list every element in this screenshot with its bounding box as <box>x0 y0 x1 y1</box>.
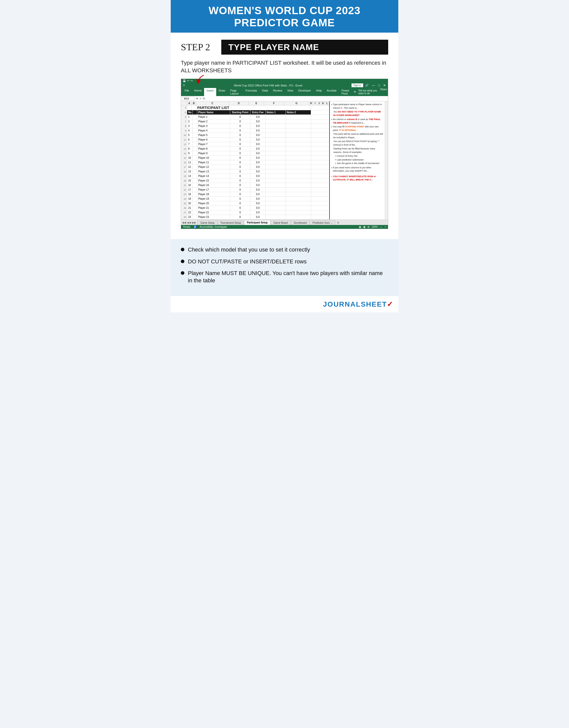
cell-b[interactable] <box>193 133 197 137</box>
cell-notes1[interactable] <box>265 206 286 210</box>
cell-start[interactable]: 0 <box>230 169 250 174</box>
cell-notes2[interactable] <box>286 115 311 119</box>
cell-notes1[interactable] <box>265 183 286 187</box>
minimize-button[interactable]: — <box>372 83 375 87</box>
tab-help[interactable]: Help <box>314 88 325 96</box>
cell-start[interactable]: 0 <box>230 206 250 210</box>
cell-start[interactable]: 0 <box>230 138 250 142</box>
tab-file[interactable]: File <box>182 88 192 96</box>
cell-b[interactable] <box>193 169 197 174</box>
cell-fee[interactable]: 0.0 <box>250 156 265 160</box>
cell-no[interactable]: 9 <box>187 151 193 155</box>
cell-name[interactable]: Player 1 <box>197 115 230 119</box>
cell-3a[interactable] <box>187 105 192 110</box>
cell-start[interactable]: 0 <box>230 178 250 183</box>
tab-game-setup[interactable]: Game Setup <box>197 220 217 225</box>
cell-name[interactable]: Player 23 <box>197 215 230 219</box>
cell-notes1[interactable] <box>265 197 286 201</box>
tab-view[interactable]: View <box>285 88 296 96</box>
cell-3b[interactable] <box>192 105 196 110</box>
cell-notes2[interactable] <box>286 151 311 155</box>
cell-fee[interactable]: 0.0 <box>250 160 265 165</box>
redo-icon[interactable]: ↪ <box>190 79 193 82</box>
cell-notes2[interactable] <box>286 201 311 206</box>
cell-fee[interactable]: 0.0 <box>250 119 265 124</box>
cell-notes1[interactable] <box>265 215 286 219</box>
vertical-scrollbar[interactable] <box>385 101 388 219</box>
zoom-slider[interactable]: — <box>380 225 382 228</box>
tab-tournament-setup[interactable]: Tournament Setup <box>218 220 244 225</box>
cell-start[interactable]: 0 <box>230 119 250 124</box>
cell-fee[interactable]: 0.0 <box>250 138 265 142</box>
cell-notes1[interactable] <box>265 169 286 174</box>
cell-notes2[interactable] <box>286 206 311 210</box>
header-no[interactable]: No <box>187 110 193 115</box>
cell-notes1[interactable] <box>265 156 286 160</box>
cell-b[interactable] <box>193 142 197 146</box>
tab-participant-setup[interactable]: Participant Setup <box>244 220 270 225</box>
cell-notes2[interactable] <box>286 156 311 160</box>
cell-name[interactable]: Player 14 <box>197 174 230 178</box>
tab-home[interactable]: Home <box>192 88 204 96</box>
cell-name[interactable]: Player 13 <box>197 169 230 174</box>
cell-notes1[interactable] <box>265 119 286 124</box>
cell-notes2[interactable] <box>286 210 311 215</box>
cell-no[interactable]: 2 <box>187 119 193 124</box>
cell-fee[interactable]: 0.0 <box>250 142 265 146</box>
cell-name[interactable]: Player 7 <box>197 142 230 146</box>
cell-notes2[interactable] <box>286 138 311 142</box>
cell-name[interactable]: Player 16 <box>197 183 230 187</box>
cell-notes2[interactable] <box>286 119 311 124</box>
cell-notes2[interactable] <box>286 178 311 183</box>
cell-name[interactable]: Player 11 <box>197 160 230 165</box>
cell-no[interactable]: 8 <box>187 147 193 151</box>
cell-name[interactable]: Player 12 <box>197 165 230 169</box>
tab-developer[interactable]: Developer <box>296 88 314 96</box>
cell-fee[interactable]: 0.0 <box>250 151 265 155</box>
cell-start[interactable]: 0 <box>230 156 250 160</box>
cell-b[interactable] <box>193 151 197 155</box>
view-pagebreak[interactable]: ⊞ <box>368 225 370 228</box>
cell-b[interactable] <box>193 115 197 119</box>
cell-notes1[interactable] <box>265 188 286 192</box>
cell-no[interactable]: 23 <box>187 215 193 219</box>
cell-notes1[interactable] <box>265 201 286 206</box>
cell-b[interactable] <box>193 119 197 124</box>
cell-notes1[interactable] <box>265 178 286 183</box>
cell-start[interactable]: 0 <box>230 147 250 151</box>
tab-nav[interactable]: ◀◀ ◀ ▶ ▶▶ <box>182 221 196 224</box>
cell-fee[interactable]: 0.0 <box>250 206 265 210</box>
cell-b[interactable] <box>193 183 197 187</box>
cell-start[interactable]: 0 <box>230 142 250 146</box>
cell-b[interactable] <box>193 201 197 206</box>
tab-game-board[interactable]: Game Board <box>270 220 291 225</box>
cell-notes2[interactable] <box>286 183 311 187</box>
cell-notes1[interactable] <box>265 124 286 128</box>
formula-enter[interactable]: ✓ <box>199 97 202 100</box>
cell-fee[interactable]: 0.0 <box>250 192 265 196</box>
cell-b[interactable] <box>193 128 197 133</box>
cell-notes1[interactable] <box>265 210 286 215</box>
cell-name[interactable]: Player 20 <box>197 201 230 206</box>
tell-me[interactable]: 🔍 Tell me what you want to do <box>354 88 377 96</box>
cell-notes2[interactable] <box>286 142 311 146</box>
cell-fee[interactable]: 0.0 <box>250 188 265 192</box>
cell-b[interactable] <box>193 188 197 192</box>
cell-notes1[interactable] <box>265 128 286 133</box>
formula-fx[interactable]: fx <box>203 97 205 100</box>
cell-fee[interactable]: 0.0 <box>250 124 265 128</box>
cell-notes1[interactable] <box>265 165 286 169</box>
tab-review[interactable]: Review <box>270 88 285 96</box>
cell-notes1[interactable] <box>265 151 286 155</box>
cell-name[interactable]: Player 22 <box>197 210 230 215</box>
cell-no[interactable]: 22 <box>187 210 193 215</box>
cell-no[interactable]: 15 <box>187 178 193 183</box>
cell-start[interactable]: 0 <box>230 188 250 192</box>
cell-notes2[interactable] <box>286 147 311 151</box>
cell-b[interactable] <box>193 124 197 128</box>
cell-3c-title[interactable]: PARTICIPANT LIST <box>196 105 310 110</box>
cell-start[interactable]: 0 <box>230 192 250 196</box>
cell-b[interactable] <box>193 174 197 178</box>
cell-no[interactable]: 10 <box>187 156 193 160</box>
tab-powerpivot[interactable]: Power Pivot <box>339 88 354 96</box>
